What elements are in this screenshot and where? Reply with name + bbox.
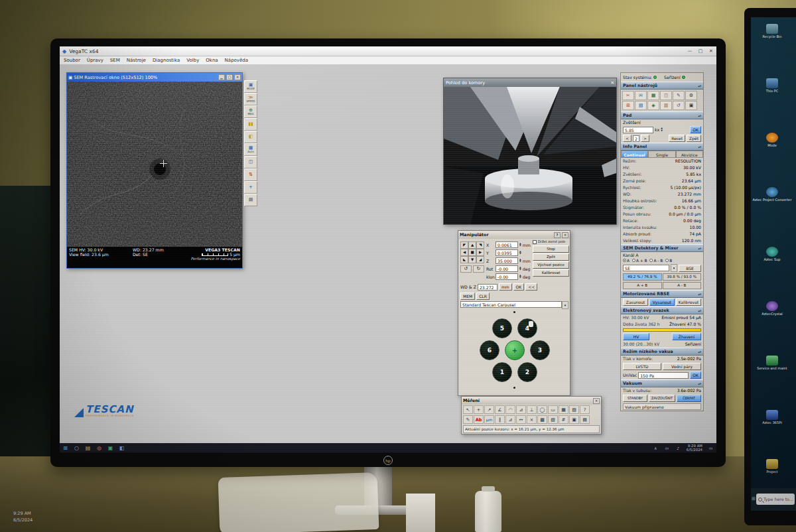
tool-icon-9[interactable]: ◈ <box>647 101 659 110</box>
lowvac-section-header[interactable]: Režim nízkého vakua▴▾ <box>621 348 703 356</box>
tab-single[interactable]: Single <box>648 151 675 158</box>
select-icon[interactable]: ↖ <box>463 405 473 414</box>
arrow-upright-icon[interactable]: ◥ <box>476 241 484 249</box>
minimize-icon[interactable]: — <box>685 48 695 54</box>
delete-icon[interactable]: × <box>527 415 537 424</box>
mag-button[interactable]: ⊕MAG <box>244 105 257 118</box>
mixer-a-value[interactable]: 49.2 % / 76.9 % <box>623 273 662 281</box>
close-icon[interactable]: ✕ <box>706 48 716 54</box>
desktop-icon-service[interactable]: Service and maint <box>752 356 792 371</box>
wdz-ok-button[interactable]: OK <box>513 283 525 291</box>
speed-prev-button[interactable]: < <box>623 135 631 142</box>
line-icon[interactable]: ↗ <box>484 405 494 414</box>
layers-icon[interactable]: ▤ <box>580 415 590 424</box>
browser-icon[interactable]: ◍ <box>94 445 105 451</box>
arrow-upleft-icon[interactable]: ◤ <box>460 241 468 249</box>
y-spinner[interactable]: ▲▼ <box>519 251 521 255</box>
measurement-titlebar[interactable]: Měření ✕ <box>462 397 601 405</box>
tilt-spinner[interactable]: ▲▼ <box>519 275 521 279</box>
manipulator-close-icon[interactable]: ✕ <box>562 232 568 238</box>
sem-minimize-icon[interactable]: ▁ <box>218 74 225 80</box>
text-icon[interactable]: Ab <box>474 415 484 424</box>
desktop-icon-mode[interactable]: Mode <box>752 133 792 148</box>
grid-icon[interactable]: ▦ <box>559 405 568 414</box>
tool-icon-6[interactable]: ⚙ <box>685 91 697 100</box>
tools-section-header[interactable]: Panel nástrojů▴▾ <box>621 82 703 90</box>
radio-a-minus-b[interactable]: A - B <box>649 259 663 263</box>
chevron-down-icon[interactable]: ▾ <box>562 301 568 309</box>
radio-a[interactable]: A <box>623 259 630 263</box>
detectors-section-header[interactable]: SEM Detektory & Mixer▴▾ <box>621 244 703 252</box>
measurement-close-icon[interactable]: ✕ <box>593 398 600 404</box>
desktop-icon-recycle-bin[interactable]: Recycle Bin <box>752 24 792 39</box>
vacuum-section-header[interactable]: Vakuum▴▾ <box>621 379 703 387</box>
start-icon[interactable]: ⊞ <box>60 445 71 451</box>
standby-button[interactable]: STANDBY <box>623 395 647 402</box>
pad-section-header[interactable]: Pad▴▾ <box>621 111 703 119</box>
point-icon[interactable]: + <box>474 405 484 414</box>
calibrate-button[interactable]: Kalibrovat <box>533 269 569 277</box>
sem-maximize-icon[interactable]: ▢ <box>226 74 233 80</box>
sem-image[interactable] <box>67 82 242 247</box>
beam-align-button[interactable]: Seřízení <box>685 341 701 348</box>
mode-a-plus-b[interactable]: A + B <box>623 282 662 289</box>
rbse-extract-button[interactable]: Vysunout <box>649 299 675 306</box>
pinned-app-icon[interactable]: ◧ <box>116 445 127 451</box>
action-center-icon[interactable]: ▭ <box>705 446 716 450</box>
tab-continual[interactable]: Continual <box>621 151 648 158</box>
pump-button[interactable]: ČERPAT <box>677 395 701 402</box>
tool-icon-12[interactable]: ▣ <box>685 101 697 110</box>
tool-icon-1[interactable]: ✂ <box>622 91 634 100</box>
beam-section-header[interactable]: Elektronový svazek▴▾ <box>621 306 703 314</box>
arrow-up-icon[interactable]: ▲ <box>468 241 476 249</box>
wdz-unit-button[interactable]: mm <box>499 283 512 291</box>
carousel-position-1[interactable]: 1 <box>492 362 512 382</box>
angle-icon[interactable]: ∠ <box>495 405 505 414</box>
home-position-button[interactable]: Výchozí pozice <box>533 261 569 269</box>
fill-icon[interactable]: ▩ <box>537 415 547 424</box>
radio-a-plus-b[interactable]: A + B <box>632 259 647 263</box>
updown-button[interactable]: ⇅ <box>244 168 257 181</box>
tool-icon-11[interactable]: ↺ <box>673 101 685 110</box>
collapse-icon[interactable]: ▴▾ <box>698 382 701 385</box>
pad-back-button[interactable]: Zpět <box>687 135 701 142</box>
tool-icon-3[interactable]: ▦ <box>647 91 659 100</box>
tool-icon-5[interactable]: ✎ <box>673 91 685 100</box>
hv-button[interactable]: HV <box>623 333 649 340</box>
carousel-active-position[interactable]: + <box>505 340 525 360</box>
radio-b[interactable]: B <box>665 259 672 263</box>
rbse-calibrate-button[interactable]: Kalibrovat <box>676 299 701 306</box>
collapse-icon[interactable]: ▴▾ <box>698 247 701 250</box>
info-panel-header[interactable]: Info Panel▴▾ <box>621 143 703 151</box>
speed-button[interactable]: ≫SPEED <box>244 93 257 105</box>
carousel-position-4[interactable]: 4 <box>517 318 537 338</box>
vent-button[interactable]: ZAVZDUŠNIT <box>649 395 675 402</box>
pad-ok-button[interactable]: OK <box>690 126 701 133</box>
parallel-icon[interactable]: ∥ <box>495 415 505 424</box>
file-explorer-icon[interactable]: ▤ <box>82 445 94 451</box>
app-titlebar[interactable]: ◆ VegaTC x64 — ▢ ✕ <box>60 46 716 56</box>
back-button[interactable]: Zpět <box>533 253 569 261</box>
auto-button[interactable]: ▦Auto <box>244 143 257 156</box>
chamber-close-icon[interactable]: ✕ <box>610 80 614 86</box>
detector-a-select[interactable]: SE <box>623 265 669 271</box>
windows-logo-icon[interactable]: ⊞ <box>752 496 756 501</box>
volume-icon[interactable]: ♪ <box>673 446 684 450</box>
pencil-icon[interactable]: ✎ <box>463 415 473 424</box>
search-icon[interactable]: ○ <box>71 445 82 451</box>
collapse-icon[interactable]: ▴▾ <box>698 350 701 354</box>
mode-button[interactable]: ▣MODE <box>244 80 257 93</box>
vega-app-icon[interactable]: ▣ <box>105 445 116 451</box>
desktop-icon-this-pc[interactable]: This PC <box>752 78 792 94</box>
list-button[interactable]: ▤ <box>244 194 257 206</box>
tool-icon-7[interactable]: ⊞ <box>622 101 634 110</box>
sem-close-icon[interactable]: ✕ <box>234 74 241 80</box>
mem-button[interactable]: MEM <box>460 293 475 300</box>
z-spinner[interactable]: ▲▼ <box>519 259 521 263</box>
chamber-titlebar[interactable]: Pohled do komory ✕ <box>444 78 616 87</box>
arrow-down-icon[interactable]: ▼ <box>468 256 476 263</box>
hatch-icon[interactable]: ▧ <box>569 405 579 414</box>
tool-icon-8[interactable]: ▧ <box>635 101 647 110</box>
tray-expand-icon[interactable]: ∧ <box>650 446 661 450</box>
detector-b-select[interactable]: BSE <box>679 265 701 272</box>
